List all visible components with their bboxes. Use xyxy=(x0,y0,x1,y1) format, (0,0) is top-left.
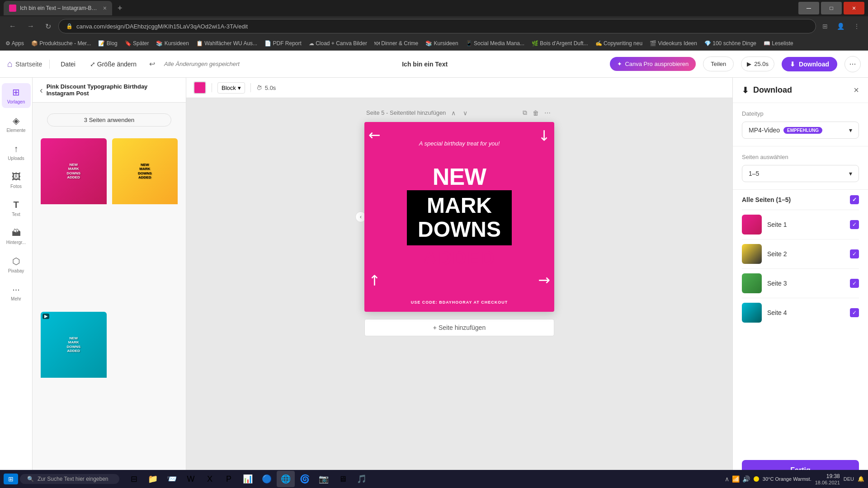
undo-btn[interactable]: ↩ xyxy=(147,58,157,70)
bookmark-schoen[interactable]: 💎 100 schöne Dinge xyxy=(704,40,756,47)
taskbar-app-2[interactable]: 📨 xyxy=(163,471,181,487)
canvas-frame[interactable]: ↙ ↙ ↙ ↙ A special birthday treat for you… xyxy=(364,122,554,312)
taskbar-app-10[interactable]: 📷 xyxy=(315,471,333,487)
delete-page-btn[interactable]: 🗑 xyxy=(531,107,541,118)
active-tab[interactable]: Ich bin ein Text – Instagram-Bei... × xyxy=(4,1,112,15)
speaker-icon[interactable]: 🔊 xyxy=(742,475,750,483)
menu-groesse[interactable]: ⤢ Größe ändern xyxy=(86,59,140,70)
profile-btn[interactable]: 👤 xyxy=(834,21,847,32)
template-thumb-cyan[interactable]: ▶ NEWMARKDOWNSADDED xyxy=(40,311,108,481)
download-panel-close[interactable]: × xyxy=(854,85,859,95)
toolbar-separator xyxy=(212,83,212,92)
tab-close-btn[interactable]: × xyxy=(103,5,107,12)
new-tab-btn[interactable]: + xyxy=(114,4,126,13)
bookmark-produktsuche[interactable]: 📦 Produktsuche - Mer... xyxy=(31,40,91,47)
taskbar-edge[interactable]: 🌀 xyxy=(296,471,314,487)
bookmark-social[interactable]: 📱 Social Media Mana... xyxy=(466,40,524,47)
notification-btn[interactable]: 🔔 xyxy=(858,476,864,482)
back-btn[interactable]: ← xyxy=(5,20,20,32)
menu-datei[interactable]: Datei xyxy=(57,59,79,70)
all-pages-check[interactable]: ✓ xyxy=(850,195,859,204)
address-bar[interactable]: 🔒 canva.com/design/DAEhbzjcggM/KIh15LaV3… xyxy=(58,19,816,33)
sidebar-item-hintergrund[interactable]: 🏔 Hintergr... xyxy=(2,224,31,249)
bookmark-video[interactable]: 🎬 Videokurs Ideen xyxy=(650,40,697,47)
chevron-up-icon[interactable]: ∧ xyxy=(725,475,729,483)
block-select[interactable]: Block ▾ xyxy=(217,82,245,94)
duplicate-page-btn[interactable]: ⧉ xyxy=(521,107,529,118)
taskbar-chrome[interactable]: 🌐 xyxy=(277,471,295,487)
taskbar-excel[interactable]: X xyxy=(201,471,219,487)
apply-btn[interactable]: 3 Seiten anwenden xyxy=(47,113,171,127)
bookmark-pdf[interactable]: 📄 PDF Report xyxy=(264,40,302,47)
start-btn[interactable]: ⊞ xyxy=(4,474,18,484)
taskbar-ppt[interactable]: P xyxy=(220,471,238,487)
page-check-2[interactable]: ✓ xyxy=(850,249,859,258)
forward-btn[interactable]: → xyxy=(24,20,38,32)
filetype-dropdown[interactable]: MP4-Video EMPFEHLUNG ▾ xyxy=(742,122,859,139)
sidebar-item-fotos[interactable]: 🖼 Fotos xyxy=(2,168,31,192)
page-check-1[interactable]: ✓ xyxy=(850,220,859,229)
bookmark-wahlfaecher[interactable]: 📋 Wahlfächer WU Aus... xyxy=(196,40,257,47)
page-more-btn[interactable]: ⋯ xyxy=(542,107,552,118)
download-btn[interactable]: ⬇ Download xyxy=(782,57,837,71)
canvas-scroll[interactable]: Seite 5 - Seitentitel hinzufügen ∧ ∨ ⧉ 🗑… xyxy=(186,98,732,470)
taskbar-spotify[interactable]: 🎵 xyxy=(353,471,371,487)
network-icon[interactable]: 📶 xyxy=(732,475,740,483)
bookmark-blog[interactable]: 📝 Blog xyxy=(98,40,117,47)
pro-btn[interactable]: ✦ Canva Pro ausprobieren xyxy=(610,57,696,71)
template-thumb-pink[interactable]: NEWMARKDOWNSADDED xyxy=(40,137,108,307)
nav-divider-1 xyxy=(49,60,50,69)
sidebar-item-uploads[interactable]: ↑ Uploads xyxy=(2,140,31,164)
timer-btn[interactable]: ▶ 25.0s xyxy=(741,56,774,71)
bookmark-dinner[interactable]: 🍽 Dinner & Crime xyxy=(374,40,418,47)
taskbar-app-7[interactable]: 🔵 xyxy=(258,471,276,487)
close-btn[interactable]: × xyxy=(844,2,864,14)
bookmark-kursideen[interactable]: 📚 Kursideen xyxy=(156,40,189,47)
more-icon: ··· xyxy=(849,59,856,69)
page-down-btn[interactable]: ∨ xyxy=(461,108,469,118)
new-text: NEW xyxy=(433,165,486,188)
pages-range-dropdown[interactable]: 1–5 ▾ xyxy=(742,165,859,182)
thumb-pink-bg: NEWMARKDOWNSADDED xyxy=(41,138,107,204)
reload-btn[interactable]: ↻ xyxy=(42,20,55,33)
bookmark-spaeter[interactable]: 🔖 Später xyxy=(125,40,149,47)
minimize-btn[interactable]: ─ xyxy=(798,2,819,14)
sidebar-item-pixabay[interactable]: ⬡ Pixabay xyxy=(2,252,31,277)
taskbar-taskview[interactable]: ⊟ xyxy=(125,471,143,487)
sidebar-item-vorlagen[interactable]: ⊞ Vorlagen xyxy=(2,83,31,108)
template-thumb-yellow[interactable]: NEWMARKDOWNSADDED xyxy=(111,137,179,307)
page-check-3[interactable]: ✓ xyxy=(850,279,859,288)
bookmark-kursideen2[interactable]: 📚 Kursideen xyxy=(425,40,458,47)
pages-label: Seiten auswählen xyxy=(742,154,859,160)
menu-btn[interactable]: ⋮ xyxy=(851,21,863,32)
sidebar-item-mehr[interactable]: ··· Mehr xyxy=(2,281,31,305)
sidebar-item-text[interactable]: T Text xyxy=(2,196,31,221)
extensions-btn[interactable]: ⊞ xyxy=(820,21,830,32)
panel-back-btn[interactable]: ‹ xyxy=(40,85,43,95)
add-page-btn[interactable]: + Seite hinzufügen xyxy=(364,319,554,336)
color-swatch[interactable] xyxy=(193,81,206,94)
share-btn[interactable]: Teilen xyxy=(703,56,734,71)
duration-display: ⏱ 5.0s xyxy=(256,84,276,91)
page-row-2: Seite 2 ✓ xyxy=(742,239,859,269)
bookmark-copy[interactable]: ✍ Copywriting neu xyxy=(595,40,642,47)
bookmark-apps[interactable]: ⚙ Apps xyxy=(5,40,24,47)
home-link[interactable]: ⌂ Startseite xyxy=(7,59,42,69)
photos-icon: 🖼 xyxy=(12,172,21,182)
taskbar-app-11[interactable]: 🖥 xyxy=(334,471,352,487)
page-up-btn[interactable]: ∧ xyxy=(449,108,458,118)
more-options-btn[interactable]: ··· xyxy=(844,56,861,72)
sidebar-item-elemente[interactable]: ◈ Elemente xyxy=(2,112,31,136)
taskbar-word[interactable]: W xyxy=(182,471,200,487)
bookmark-bois[interactable]: 🌿 Bois d'Argent Duft... xyxy=(532,40,588,47)
maximize-btn[interactable]: □ xyxy=(821,2,842,14)
page-thumb-2 xyxy=(742,244,762,264)
page-check-4[interactable]: ✓ xyxy=(850,308,859,317)
bookmark-leseliste[interactable]: 📖 Leseliste xyxy=(764,40,793,47)
taskbar-app-6[interactable]: 📊 xyxy=(239,471,257,487)
taskbar-search[interactable]: 🔍 Zur Suche Text hier eingeben xyxy=(20,474,119,484)
taskbar-apps: ⊟ 📁 📨 W X P 📊 🔵 🌐 🌀 📷 🖥 🎵 xyxy=(121,471,723,487)
bookmark-cload[interactable]: ☁ Cload + Canva Bilder xyxy=(309,40,367,47)
page-row-3: Seite 3 ✓ xyxy=(742,269,859,298)
taskbar-explorer[interactable]: 📁 xyxy=(144,471,162,487)
